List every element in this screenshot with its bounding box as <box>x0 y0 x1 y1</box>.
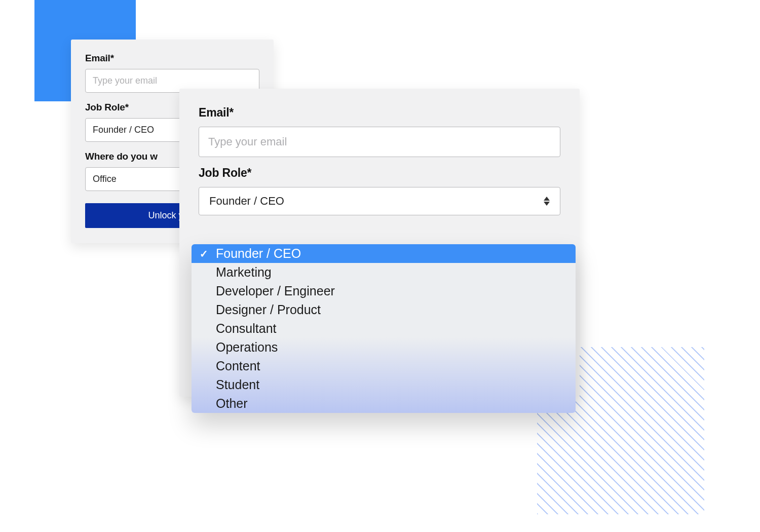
job-role-option[interactable]: Student <box>192 375 576 394</box>
email-label: Email* <box>85 53 259 64</box>
stage: Email* Job Role* Founder / CEO Where do … <box>0 0 760 532</box>
job-role-option-label: Designer / Product <box>216 302 321 317</box>
job-role-dropdown: ✓Founder / CEOMarketingDeveloper / Engin… <box>192 244 576 413</box>
job-role-option[interactable]: Designer / Product <box>192 300 576 319</box>
job-role-selected-value: Founder / CEO <box>93 125 154 135</box>
email-field-group: Email* <box>199 106 560 157</box>
job-role-option[interactable]: Content <box>192 357 576 375</box>
select-arrows-icon <box>544 197 550 206</box>
job-role-select[interactable]: Founder / CEO <box>199 187 560 215</box>
job-role-option-label: Content <box>216 359 260 373</box>
job-role-option-label: Student <box>216 377 259 392</box>
job-role-label: Job Role* <box>199 166 560 180</box>
job-role-option-label: Marketing <box>216 265 272 280</box>
check-icon: ✓ <box>199 248 209 260</box>
job-role-option-label: Developer / Engineer <box>216 284 335 298</box>
email-label: Email* <box>199 106 560 120</box>
svg-marker-1 <box>544 202 550 206</box>
email-field-group: Email* <box>85 53 259 93</box>
work-location-selected-value: Office <box>93 174 117 184</box>
svg-marker-0 <box>544 197 550 201</box>
job-role-option-label: Operations <box>216 340 278 355</box>
job-role-option[interactable]: Other <box>192 394 576 413</box>
job-role-option-label: Consultant <box>216 321 277 336</box>
job-role-option[interactable]: ✓Founder / CEO <box>192 244 576 263</box>
job-role-option[interactable]: Operations <box>192 338 576 357</box>
job-role-option[interactable]: Marketing <box>192 263 576 282</box>
job-role-field-group: Job Role* Founder / CEO <box>199 166 560 215</box>
job-role-option[interactable]: Consultant <box>192 319 576 338</box>
job-role-selected-value: Founder / CEO <box>209 195 284 208</box>
job-role-option-label: Founder / CEO <box>216 246 301 261</box>
email-input[interactable] <box>199 127 560 157</box>
job-role-option-label: Other <box>216 396 248 411</box>
job-role-option[interactable]: Developer / Engineer <box>192 282 576 300</box>
